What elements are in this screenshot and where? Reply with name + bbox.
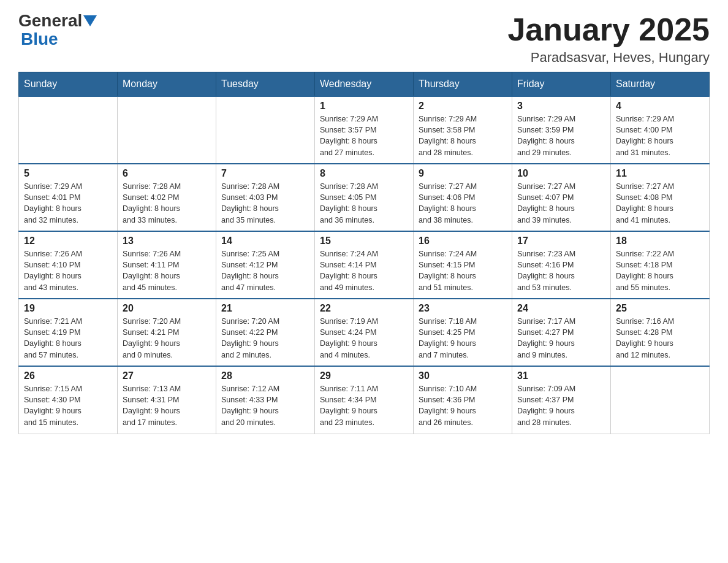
day-info: Sunrise: 7:11 AM Sunset: 4:34 PM Dayligh… xyxy=(320,383,408,428)
calendar-day-29: 29Sunrise: 7:11 AM Sunset: 4:34 PM Dayli… xyxy=(315,366,414,434)
calendar-day-13: 13Sunrise: 7:26 AM Sunset: 4:11 PM Dayli… xyxy=(118,231,216,299)
calendar-subtitle: Paradsasvar, Heves, Hungary xyxy=(507,50,710,66)
calendar-day-6: 6Sunrise: 7:28 AM Sunset: 4:02 PM Daylig… xyxy=(118,164,216,231)
calendar-day-8: 8Sunrise: 7:28 AM Sunset: 4:05 PM Daylig… xyxy=(315,164,414,231)
day-number: 31 xyxy=(517,370,605,381)
page-header: General Blue January 2025 Paradsasvar, H… xyxy=(18,12,710,66)
svg-marker-0 xyxy=(83,15,97,26)
header-sunday: Sunday xyxy=(19,72,118,97)
logo-general-text: General xyxy=(18,12,82,29)
day-number: 6 xyxy=(123,168,211,179)
calendar-day-20: 20Sunrise: 7:20 AM Sunset: 4:21 PM Dayli… xyxy=(118,299,216,366)
day-info: Sunrise: 7:22 AM Sunset: 4:18 PM Dayligh… xyxy=(616,248,704,293)
day-info: Sunrise: 7:19 AM Sunset: 4:24 PM Dayligh… xyxy=(320,316,408,361)
calendar-day-12: 12Sunrise: 7:26 AM Sunset: 4:10 PM Dayli… xyxy=(19,231,118,299)
day-number: 12 xyxy=(24,236,112,247)
day-number: 23 xyxy=(419,303,507,314)
day-number: 17 xyxy=(517,236,605,247)
logo: General Blue xyxy=(18,12,97,49)
calendar-table: Sunday Monday Tuesday Wednesday Thursday… xyxy=(18,72,710,434)
calendar-day-19: 19Sunrise: 7:21 AM Sunset: 4:19 PM Dayli… xyxy=(19,299,118,366)
day-number: 18 xyxy=(616,236,704,247)
calendar-day-15: 15Sunrise: 7:24 AM Sunset: 4:14 PM Dayli… xyxy=(315,231,414,299)
calendar-empty-cell xyxy=(216,96,315,164)
calendar-day-9: 9Sunrise: 7:27 AM Sunset: 4:06 PM Daylig… xyxy=(414,164,512,231)
day-info: Sunrise: 7:28 AM Sunset: 4:03 PM Dayligh… xyxy=(221,181,309,226)
day-number: 13 xyxy=(123,236,211,247)
day-info: Sunrise: 7:25 AM Sunset: 4:12 PM Dayligh… xyxy=(221,248,309,293)
day-number: 22 xyxy=(320,303,408,314)
calendar-day-26: 26Sunrise: 7:15 AM Sunset: 4:30 PM Dayli… xyxy=(19,366,118,434)
day-info: Sunrise: 7:18 AM Sunset: 4:25 PM Dayligh… xyxy=(419,316,507,361)
day-info: Sunrise: 7:29 AM Sunset: 3:59 PM Dayligh… xyxy=(517,113,605,158)
calendar-day-18: 18Sunrise: 7:22 AM Sunset: 4:18 PM Dayli… xyxy=(611,231,710,299)
calendar-week-2: 5Sunrise: 7:29 AM Sunset: 4:01 PM Daylig… xyxy=(19,164,710,231)
calendar-day-30: 30Sunrise: 7:10 AM Sunset: 4:36 PM Dayli… xyxy=(414,366,512,434)
day-number: 11 xyxy=(616,168,704,179)
day-number: 8 xyxy=(320,168,408,179)
day-number: 21 xyxy=(221,303,309,314)
calendar-day-1: 1Sunrise: 7:29 AM Sunset: 3:57 PM Daylig… xyxy=(315,96,414,164)
header-saturday: Saturday xyxy=(611,72,710,97)
day-number: 16 xyxy=(419,236,507,247)
day-info: Sunrise: 7:10 AM Sunset: 4:36 PM Dayligh… xyxy=(419,383,507,428)
calendar-day-23: 23Sunrise: 7:18 AM Sunset: 4:25 PM Dayli… xyxy=(414,299,512,366)
calendar-week-5: 26Sunrise: 7:15 AM Sunset: 4:30 PM Dayli… xyxy=(19,366,710,434)
calendar-day-22: 22Sunrise: 7:19 AM Sunset: 4:24 PM Dayli… xyxy=(315,299,414,366)
day-number: 28 xyxy=(221,370,309,381)
calendar-empty-cell xyxy=(611,366,710,434)
day-number: 29 xyxy=(320,370,408,381)
calendar-week-4: 19Sunrise: 7:21 AM Sunset: 4:19 PM Dayli… xyxy=(19,299,710,366)
day-number: 25 xyxy=(616,303,704,314)
calendar-day-14: 14Sunrise: 7:25 AM Sunset: 4:12 PM Dayli… xyxy=(216,231,315,299)
calendar-day-5: 5Sunrise: 7:29 AM Sunset: 4:01 PM Daylig… xyxy=(19,164,118,231)
day-number: 9 xyxy=(419,168,507,179)
day-info: Sunrise: 7:27 AM Sunset: 4:07 PM Dayligh… xyxy=(517,181,605,226)
day-number: 24 xyxy=(517,303,605,314)
calendar-empty-cell xyxy=(118,96,216,164)
title-section: January 2025 Paradsasvar, Heves, Hungary xyxy=(507,12,710,66)
day-number: 19 xyxy=(24,303,112,314)
day-info: Sunrise: 7:29 AM Sunset: 3:57 PM Dayligh… xyxy=(320,113,408,158)
calendar-day-28: 28Sunrise: 7:12 AM Sunset: 4:33 PM Dayli… xyxy=(216,366,315,434)
day-number: 5 xyxy=(24,168,112,179)
day-info: Sunrise: 7:28 AM Sunset: 4:05 PM Dayligh… xyxy=(320,181,408,226)
day-info: Sunrise: 7:29 AM Sunset: 4:00 PM Dayligh… xyxy=(616,113,704,158)
header-wednesday: Wednesday xyxy=(315,72,414,97)
calendar-day-27: 27Sunrise: 7:13 AM Sunset: 4:31 PM Dayli… xyxy=(118,366,216,434)
calendar-day-7: 7Sunrise: 7:28 AM Sunset: 4:03 PM Daylig… xyxy=(216,164,315,231)
day-info: Sunrise: 7:12 AM Sunset: 4:33 PM Dayligh… xyxy=(221,383,309,428)
day-info: Sunrise: 7:26 AM Sunset: 4:10 PM Dayligh… xyxy=(24,248,112,293)
calendar-day-21: 21Sunrise: 7:20 AM Sunset: 4:22 PM Dayli… xyxy=(216,299,315,366)
calendar-day-17: 17Sunrise: 7:23 AM Sunset: 4:16 PM Dayli… xyxy=(512,231,611,299)
day-info: Sunrise: 7:17 AM Sunset: 4:27 PM Dayligh… xyxy=(517,316,605,361)
day-info: Sunrise: 7:27 AM Sunset: 4:06 PM Dayligh… xyxy=(419,181,507,226)
day-info: Sunrise: 7:09 AM Sunset: 4:37 PM Dayligh… xyxy=(517,383,605,428)
day-info: Sunrise: 7:20 AM Sunset: 4:21 PM Dayligh… xyxy=(123,316,211,361)
header-tuesday: Tuesday xyxy=(216,72,315,97)
calendar-title: January 2025 xyxy=(507,12,710,47)
day-info: Sunrise: 7:23 AM Sunset: 4:16 PM Dayligh… xyxy=(517,248,605,293)
day-number: 27 xyxy=(123,370,211,381)
day-number: 4 xyxy=(616,101,704,112)
day-number: 3 xyxy=(517,101,605,112)
logo-arrow-icon xyxy=(83,15,97,26)
calendar-day-11: 11Sunrise: 7:27 AM Sunset: 4:08 PM Dayli… xyxy=(611,164,710,231)
calendar-empty-cell xyxy=(19,96,118,164)
day-info: Sunrise: 7:20 AM Sunset: 4:22 PM Dayligh… xyxy=(221,316,309,361)
day-number: 7 xyxy=(221,168,309,179)
day-info: Sunrise: 7:29 AM Sunset: 3:58 PM Dayligh… xyxy=(419,113,507,158)
day-number: 26 xyxy=(24,370,112,381)
calendar-week-1: 1Sunrise: 7:29 AM Sunset: 3:57 PM Daylig… xyxy=(19,96,710,164)
calendar-week-3: 12Sunrise: 7:26 AM Sunset: 4:10 PM Dayli… xyxy=(19,231,710,299)
calendar-day-31: 31Sunrise: 7:09 AM Sunset: 4:37 PM Dayli… xyxy=(512,366,611,434)
day-info: Sunrise: 7:15 AM Sunset: 4:30 PM Dayligh… xyxy=(24,383,112,428)
day-number: 30 xyxy=(419,370,507,381)
day-number: 20 xyxy=(123,303,211,314)
header-friday: Friday xyxy=(512,72,611,97)
day-number: 14 xyxy=(221,236,309,247)
day-number: 2 xyxy=(419,101,507,112)
day-number: 10 xyxy=(517,168,605,179)
calendar-day-10: 10Sunrise: 7:27 AM Sunset: 4:07 PM Dayli… xyxy=(512,164,611,231)
day-info: Sunrise: 7:29 AM Sunset: 4:01 PM Dayligh… xyxy=(24,181,112,226)
